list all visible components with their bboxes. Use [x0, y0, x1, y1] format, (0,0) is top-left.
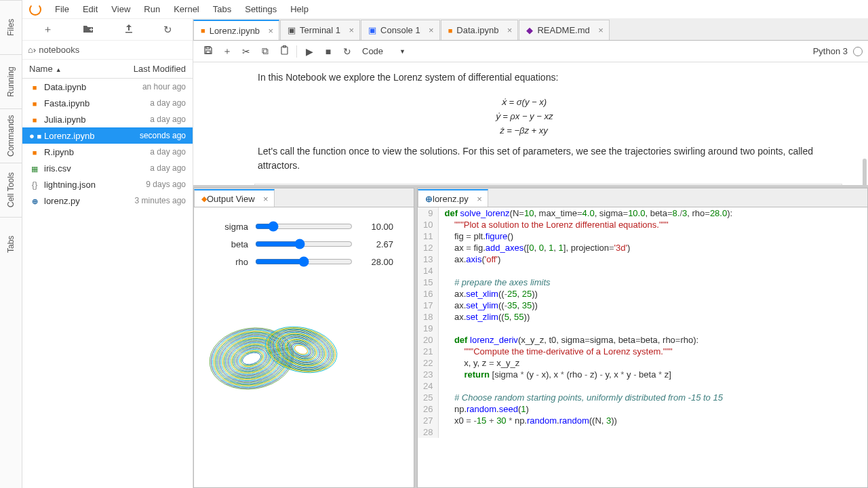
code-lines[interactable]: def solve_lorenz(N=10, max_time=4.0, sig…	[439, 207, 732, 438]
slider-label: rho	[214, 257, 255, 267]
tab-output-view[interactable]: ◆ Output View ×	[194, 189, 275, 207]
slider-label: sigma	[214, 222, 255, 232]
tab-icon: ■	[201, 26, 205, 35]
menu-kernel[interactable]: Kernel	[167, 1, 206, 17]
close-icon[interactable]: ×	[269, 26, 274, 36]
file-row[interactable]: ● ■Lorenz.ipynbseconds ago	[22, 127, 193, 144]
menu-settings[interactable]: Settings	[238, 1, 283, 17]
close-icon[interactable]: ×	[598, 25, 604, 35]
menu-tabs[interactable]: Tabs	[206, 1, 238, 17]
slider-input[interactable]	[255, 256, 353, 267]
slider-input[interactable]	[255, 239, 353, 249]
new-launcher-button[interactable]: ＋	[43, 23, 53, 36]
line-gutter: 910111213141516171819202122232425262728	[418, 207, 439, 438]
kernel-name[interactable]: Python 3	[813, 46, 848, 56]
close-icon[interactable]: ×	[507, 25, 513, 35]
refresh-button[interactable]: ↻	[163, 24, 172, 36]
new-folder-button[interactable]	[83, 24, 94, 35]
file-row[interactable]: ■Data.ipynban hour ago	[22, 79, 193, 95]
code-input[interactable]: from lorenz import solve_lorenz t, x_t =…	[254, 184, 842, 185]
sidebar-tab-files[interactable]: Files	[0, 0, 22, 54]
cell-type-select[interactable]: Code▼	[362, 46, 406, 56]
file-modified: an hour ago	[142, 82, 186, 92]
menu-help[interactable]: Help	[283, 1, 315, 17]
activity-bar: FilesRunningCommandsCell ToolsTabs	[0, 0, 22, 488]
file-name: lightning.json	[44, 180, 146, 190]
file-name: lorenz.py	[44, 196, 135, 206]
tab-icon: ◆	[526, 25, 533, 35]
slider-value: 28.00	[353, 257, 393, 267]
cell-prompt: In [4]:	[193, 184, 254, 185]
sidebar-tab-commands[interactable]: Commands	[0, 108, 22, 163]
tab-label: Terminal 1	[300, 25, 340, 35]
close-icon[interactable]: ×	[263, 194, 269, 204]
save-button[interactable]	[199, 45, 218, 57]
add-cell-button[interactable]: ＋	[218, 45, 237, 58]
sidebar-tab-cell-tools[interactable]: Cell Tools	[0, 163, 22, 217]
dock-area: ■Lorenz.ipynb×▣Terminal 1×▣Console 1×■Da…	[193, 19, 868, 488]
sidebar-tab-tabs[interactable]: Tabs	[0, 217, 22, 271]
file-row[interactable]: ■R.ipynba day ago	[22, 144, 193, 160]
file-name: iris.csv	[44, 163, 150, 174]
upload-button[interactable]	[124, 24, 134, 35]
svg-point-6	[241, 350, 262, 367]
paste-button[interactable]	[275, 45, 294, 57]
tab-editor[interactable]: ⊕ lorenz.py ×	[418, 189, 488, 207]
menu-edit[interactable]: Edit	[76, 1, 104, 17]
markdown-cell[interactable]: Let's call the function once to view the…	[258, 144, 854, 173]
menu-run[interactable]: Run	[137, 1, 167, 17]
svg-point-30	[293, 344, 309, 357]
file-modified: seconds ago	[140, 131, 186, 140]
tab-lorenz-ipynb[interactable]: ■Lorenz.ipynb×	[193, 20, 279, 40]
file-browser-toolbar: ＋ ↻	[22, 19, 193, 41]
slider-input[interactable]	[255, 221, 353, 232]
close-icon[interactable]: ×	[349, 25, 354, 35]
notebook-body[interactable]: In this Notebook we explore the Lorenz s…	[193, 62, 868, 185]
tab-terminal-1[interactable]: ▣Terminal 1×	[280, 20, 360, 40]
sidebar-tab-running[interactable]: Running	[0, 54, 22, 108]
menu-view[interactable]: View	[104, 1, 137, 17]
tab-readme-md[interactable]: ◆README.md×	[519, 20, 609, 40]
file-modified: 9 days ago	[146, 180, 186, 189]
tab-console-1[interactable]: ▣Console 1×	[361, 20, 440, 40]
restart-button[interactable]: ↻	[338, 46, 357, 57]
scrollbar[interactable]	[861, 104, 868, 185]
kernel-status-icon[interactable]	[853, 47, 863, 56]
file-row[interactable]: ■Fasta.ipynba day ago	[22, 95, 193, 111]
menu-file[interactable]: File	[48, 1, 76, 17]
run-button[interactable]: ▶	[300, 46, 319, 57]
nb-icon: ■	[29, 98, 40, 108]
file-name: Fasta.ipynb	[44, 98, 150, 108]
file-row[interactable]: ⊕lorenz.py3 minutes ago	[22, 192, 193, 209]
csv-icon: ▦	[29, 163, 40, 174]
file-row[interactable]: ■Julia.ipynba day ago	[22, 111, 193, 127]
breadcrumb[interactable]: ⌂ › notebooks	[22, 41, 193, 60]
tab-data-ipynb[interactable]: ■Data.ipynb×	[441, 20, 519, 40]
file-modified: a day ago	[150, 115, 186, 124]
output-view-panel: ◆ Output View × sigma10.00beta2.67rho28.…	[193, 188, 414, 488]
sort-name[interactable]: Name▲	[22, 64, 134, 74]
slider-beta: beta2.67	[214, 239, 393, 249]
file-modified: a day ago	[150, 163, 186, 173]
file-row[interactable]: ▦iris.csva day ago	[22, 160, 193, 176]
nb-icon: ● ■	[29, 131, 40, 141]
output-body: sigma10.00beta2.67rho28.00	[194, 207, 414, 487]
copy-button[interactable]: ⧉	[256, 45, 275, 57]
py-icon: ⊕	[29, 196, 40, 206]
tab-label: README.md	[537, 25, 589, 35]
close-icon[interactable]: ×	[429, 25, 434, 35]
stop-button[interactable]: ■	[319, 46, 338, 57]
file-row[interactable]: {}lightning.json9 days ago	[22, 176, 193, 192]
close-icon[interactable]: ×	[477, 194, 482, 204]
home-icon[interactable]: ⌂	[28, 45, 33, 55]
equations: ẋ = σ(y − x) ẏ = ρx − y − xz ż = −βz + x…	[193, 96, 854, 138]
markdown-cell[interactable]: In this Notebook we explore the Lorenz s…	[258, 70, 854, 85]
file-modified: a day ago	[150, 98, 186, 108]
editor-body[interactable]: 910111213141516171819202122232425262728 …	[418, 207, 867, 487]
file-list-header: Name▲ Last Modified	[22, 60, 193, 79]
code-cell[interactable]: In [4]: from lorenz import solve_lorenz …	[193, 184, 854, 185]
cut-button[interactable]: ✂	[237, 46, 256, 57]
slider-rho: rho28.00	[214, 256, 393, 267]
file-modified: a day ago	[150, 147, 186, 157]
sort-modified[interactable]: Last Modified	[134, 64, 193, 74]
